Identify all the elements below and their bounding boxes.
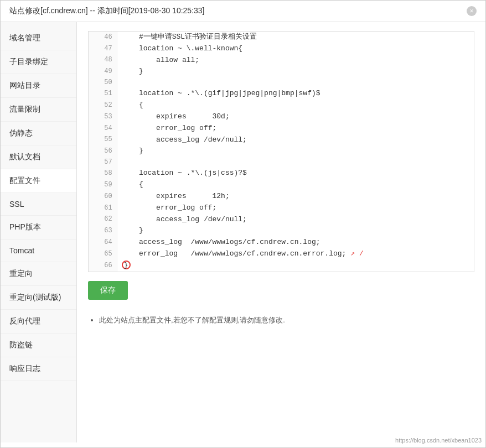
line-number: 52 bbox=[89, 100, 117, 111]
code-line-61: 61 error_log off; bbox=[89, 202, 474, 214]
line-number: 55 bbox=[89, 134, 117, 146]
note-area: 此处为站点主配置文件,若您不了解配置规则,请勿随意修改. bbox=[88, 313, 474, 327]
code-line-56: 56 } bbox=[89, 145, 474, 157]
line-number: 66 bbox=[89, 260, 117, 272]
line-number: 59 bbox=[89, 179, 117, 191]
code-line-60: 60 expires 12h; bbox=[89, 191, 474, 202]
line-number: 64 bbox=[89, 237, 117, 248]
line-content: error_log off; bbox=[117, 123, 474, 134]
line-content: expires 12h; bbox=[117, 191, 474, 202]
sidebar-item-webdir[interactable]: 网站目录 bbox=[1, 74, 76, 98]
content-area: 46 #一键申请SSL证书验证目录相关设置47 location ~ \.wel… bbox=[77, 22, 485, 442]
code-line-51: 51 location ~ .*\.(gif|jpg|jpeg|png|bmp|… bbox=[89, 88, 474, 100]
sidebar-item-config[interactable]: 配置文件 bbox=[1, 169, 76, 193]
line-number: 47 bbox=[89, 43, 117, 55]
line-number: 60 bbox=[89, 191, 117, 202]
sidebar-item-redirect-beta[interactable]: 重定向(测试版) bbox=[1, 286, 76, 310]
line-number: 46 bbox=[89, 32, 117, 43]
line-number: 58 bbox=[89, 168, 117, 179]
code-line-66: 66} bbox=[89, 260, 474, 272]
code-line-48: 48 allow all; bbox=[89, 55, 474, 66]
main-layout: 域名管理子目录绑定网站目录流量限制伪静态默认文档配置文件SSLPHP版本Tomc… bbox=[1, 22, 485, 442]
title-bar: 站点修改[cf.cndrew.cn] -- 添加时间[2019-08-30 10… bbox=[1, 1, 485, 22]
line-content: location ~ .*\.(gif|jpg|jpeg|png|bmp|swf… bbox=[117, 88, 474, 100]
line-number: 63 bbox=[89, 225, 117, 237]
line-number: 61 bbox=[89, 202, 117, 214]
code-line-65: 65 error_log /www/wwwlogs/cf.cndrew.cn.e… bbox=[89, 248, 474, 260]
code-line-57: 57 bbox=[89, 157, 474, 168]
line-content: access_log /dev/null; bbox=[117, 214, 474, 226]
code-line-49: 49 } bbox=[89, 66, 474, 77]
line-content: expires 30d; bbox=[117, 111, 474, 123]
watermark: https://blog.csdn.net/xbean1023 bbox=[395, 437, 482, 444]
code-line-46: 46 #一键申请SSL证书验证目录相关设置 bbox=[89, 32, 474, 43]
sidebar-item-rewrite[interactable]: 伪静态 bbox=[1, 122, 76, 145]
line-content bbox=[117, 157, 474, 168]
main-window: 站点修改[cf.cndrew.cn] -- 添加时间[2019-08-30 10… bbox=[0, 0, 486, 448]
line-content bbox=[117, 77, 474, 88]
line-content: access_log /dev/null; bbox=[117, 134, 474, 146]
sidebar-item-traffic[interactable]: 流量限制 bbox=[1, 98, 76, 122]
line-content: error_log /www/wwwlogs/cf.cndrew.cn.erro… bbox=[117, 248, 474, 260]
line-content: error_log off; bbox=[117, 202, 474, 214]
code-table: 46 #一键申请SSL证书验证目录相关设置47 location ~ \.wel… bbox=[89, 32, 474, 272]
code-line-63: 63 } bbox=[89, 225, 474, 237]
line-content: } bbox=[117, 66, 474, 77]
code-line-47: 47 location ~ \.well-known{ bbox=[89, 43, 474, 55]
sidebar-item-hotlink[interactable]: 防盗链 bbox=[1, 334, 76, 357]
sidebar: 域名管理子目录绑定网站目录流量限制伪静态默认文档配置文件SSLPHP版本Tomc… bbox=[1, 22, 77, 442]
line-number: 53 bbox=[89, 111, 117, 123]
line-content: { bbox=[117, 100, 474, 111]
code-line-58: 58 location ~ .*\.(js|css)?$ bbox=[89, 168, 474, 179]
line-content: { bbox=[117, 179, 474, 191]
line-content: access_log /www/wwwlogs/cf.cndrew.cn.log… bbox=[117, 237, 474, 248]
line-number: 65 bbox=[89, 248, 117, 260]
sidebar-item-tomcat[interactable]: Tomcat bbox=[1, 239, 76, 262]
code-line-52: 52 { bbox=[89, 100, 474, 111]
sidebar-item-php[interactable]: PHP版本 bbox=[1, 216, 76, 239]
line-number: 54 bbox=[89, 123, 117, 134]
line-content: #一键申请SSL证书验证目录相关设置 bbox=[117, 32, 474, 43]
sidebar-item-domain[interactable]: 域名管理 bbox=[1, 27, 76, 50]
sidebar-item-redirect[interactable]: 重定向 bbox=[1, 262, 76, 286]
line-content: location ~ \.well-known{ bbox=[117, 43, 474, 55]
code-line-64: 64 access_log /www/wwwlogs/cf.cndrew.cn.… bbox=[89, 237, 474, 248]
line-content: } bbox=[117, 145, 474, 157]
code-line-62: 62 access_log /dev/null; bbox=[89, 214, 474, 226]
line-content: } bbox=[117, 225, 474, 237]
line-number: 50 bbox=[89, 77, 117, 88]
line-number: 48 bbox=[89, 55, 117, 66]
sidebar-item-ssl[interactable]: SSL bbox=[1, 193, 76, 216]
line-number: 57 bbox=[89, 157, 117, 168]
code-line-55: 55 access_log /dev/null; bbox=[89, 134, 474, 146]
save-button[interactable]: 保存 bbox=[88, 281, 128, 300]
sidebar-item-default-doc[interactable]: 默认文档 bbox=[1, 145, 76, 169]
line-number: 49 bbox=[89, 66, 117, 77]
line-number: 56 bbox=[89, 145, 117, 157]
line-content: location ~ .*\.(js|css)?$ bbox=[117, 168, 474, 179]
line-number: 51 bbox=[89, 88, 117, 100]
sidebar-item-log[interactable]: 响应日志 bbox=[1, 357, 76, 381]
code-line-54: 54 error_log off; bbox=[89, 123, 474, 134]
close-button[interactable]: × bbox=[467, 6, 477, 16]
window-title: 站点修改[cf.cndrew.cn] -- 添加时间[2019-08-30 10… bbox=[9, 6, 204, 16]
sidebar-item-subdir[interactable]: 子目录绑定 bbox=[1, 50, 76, 74]
code-editor[interactable]: 46 #一键申请SSL证书验证目录相关设置47 location ~ \.wel… bbox=[88, 31, 474, 272]
code-line-59: 59 { bbox=[89, 179, 474, 191]
line-content: allow all; bbox=[117, 55, 474, 66]
code-line-50: 50 bbox=[89, 77, 474, 88]
line-number: 62 bbox=[89, 214, 117, 226]
sidebar-item-proxy[interactable]: 反向代理 bbox=[1, 310, 76, 334]
line-content: } bbox=[117, 260, 474, 272]
note-item: 此处为站点主配置文件,若您不了解配置规则,请勿随意修改. bbox=[99, 313, 474, 327]
code-line-53: 53 expires 30d; bbox=[89, 111, 474, 123]
